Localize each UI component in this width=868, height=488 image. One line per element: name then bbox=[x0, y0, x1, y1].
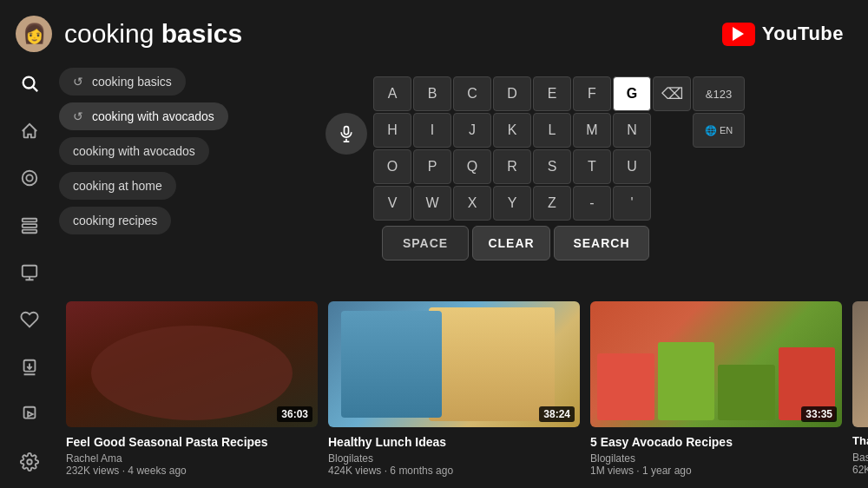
video-thumbnail-pasta: 36:03 bbox=[66, 301, 318, 427]
kb-row-1: A B C D E F G ⌫ &123 bbox=[373, 76, 745, 111]
video-card-avocado[interactable]: 33:35 5 Easy Avocado Recipes Blogilates … bbox=[590, 301, 842, 477]
suggestions-panel: ↺ cooking basics ↺ cooking with avocados… bbox=[59, 68, 276, 234]
video-info-lunch: Healthy Lunch Ideas Blogilates 424K view… bbox=[328, 427, 580, 477]
key-T[interactable]: T bbox=[573, 149, 611, 184]
key-P[interactable]: P bbox=[413, 149, 451, 184]
svg-rect-6 bbox=[23, 229, 37, 233]
key-H[interactable]: H bbox=[373, 113, 411, 148]
key-Q[interactable]: Q bbox=[453, 149, 491, 184]
video-thumbnail-lunch: 38:24 bbox=[328, 301, 580, 427]
clear-key[interactable]: CLEAR bbox=[472, 226, 550, 260]
svg-line-1 bbox=[33, 87, 37, 91]
svg-rect-7 bbox=[23, 266, 37, 277]
video-grid: 36:03 Feel Good Seasonal Pasta Recipes R… bbox=[59, 301, 868, 477]
kb-row-3: O P Q R S T U bbox=[373, 149, 745, 184]
svg-rect-4 bbox=[23, 218, 37, 221]
svg-rect-12 bbox=[345, 127, 349, 135]
key-backspace[interactable]: ⌫ bbox=[653, 76, 691, 111]
key-N[interactable]: N bbox=[613, 113, 651, 148]
video-info-avocado: 5 Easy Avocado Recipes Blogilates 1M vie… bbox=[590, 427, 842, 477]
key-Z[interactable]: Z bbox=[533, 186, 571, 221]
video-section: 36:03 Feel Good Seasonal Pasta Recipes R… bbox=[59, 301, 868, 488]
key-D[interactable]: D bbox=[493, 76, 531, 111]
sidebar-item-settings[interactable] bbox=[14, 448, 45, 476]
keyboard-container: A B C D E F G ⌫ &123 H I J K L M N 🌐 EN … bbox=[365, 76, 745, 260]
suggestion-label: cooking recipes bbox=[73, 214, 157, 228]
key-L[interactable]: L bbox=[533, 113, 571, 148]
key-F[interactable]: F bbox=[573, 76, 611, 111]
video-title-avocado: 5 Easy Avocado Recipes bbox=[590, 434, 842, 450]
key-U[interactable]: U bbox=[613, 149, 651, 184]
key-M[interactable]: M bbox=[573, 113, 611, 148]
key-G[interactable]: G bbox=[613, 76, 651, 111]
search-key[interactable]: SEARCH bbox=[554, 226, 649, 260]
key-S[interactable]: S bbox=[533, 149, 571, 184]
title-bold: basics bbox=[161, 19, 242, 48]
video-title-partial: Than... bbox=[852, 434, 868, 449]
key-A[interactable]: A bbox=[373, 76, 411, 111]
key-X[interactable]: X bbox=[453, 186, 491, 221]
key-dash[interactable]: - bbox=[573, 186, 611, 221]
suggestion-cooking-at-home[interactable]: cooking at home bbox=[59, 172, 176, 200]
key-ampersand123[interactable]: &123 bbox=[693, 76, 745, 111]
sidebar-item-channels[interactable] bbox=[14, 211, 45, 239]
video-duration-avocado: 33:35 bbox=[801, 406, 837, 422]
video-title-pasta: Feel Good Seasonal Pasta Recipes bbox=[66, 434, 318, 450]
key-K[interactable]: K bbox=[493, 113, 531, 148]
key-V[interactable]: V bbox=[373, 186, 411, 221]
sidebar-item-home[interactable] bbox=[14, 116, 45, 144]
sidebar bbox=[0, 0, 59, 488]
video-stats-partial: 62K vi... bbox=[852, 464, 868, 476]
video-title-lunch: Healthy Lunch Ideas bbox=[328, 434, 580, 450]
svg-point-3 bbox=[26, 175, 32, 181]
video-channel-avocado: Blogilates bbox=[590, 452, 842, 465]
video-card-partial[interactable]: Than... Basic C... 62K vi... bbox=[852, 301, 868, 477]
title-normal: cooking bbox=[64, 19, 161, 48]
video-channel-partial: Basic C... bbox=[852, 452, 868, 464]
video-info-partial: Than... Basic C... 62K vi... bbox=[852, 427, 868, 476]
video-info-pasta: Feel Good Seasonal Pasta Recipes Rachel … bbox=[66, 427, 318, 477]
suggestion-cooking-with-avocados-2[interactable]: cooking with avocados bbox=[59, 137, 209, 165]
key-C[interactable]: C bbox=[453, 76, 491, 111]
sidebar-item-history[interactable] bbox=[14, 400, 45, 428]
video-channel-pasta: Rachel Ama bbox=[66, 452, 318, 465]
video-stats-avocado: 1M views · 1 year ago bbox=[590, 465, 842, 477]
video-duration-pasta: 36:03 bbox=[277, 406, 312, 422]
key-I[interactable]: I bbox=[413, 113, 451, 148]
history-icon: ↺ bbox=[73, 109, 83, 123]
suggestion-cooking-with-avocados-1[interactable]: ↺ cooking with avocados bbox=[59, 102, 228, 130]
kb-row-2: H I J K L M N 🌐 EN bbox=[373, 113, 745, 148]
sidebar-item-library[interactable] bbox=[14, 259, 45, 287]
svg-rect-5 bbox=[23, 224, 37, 228]
key-R[interactable]: R bbox=[493, 149, 531, 184]
mic-area bbox=[326, 113, 367, 155]
video-channel-lunch: Blogilates bbox=[328, 452, 580, 465]
svg-marker-10 bbox=[28, 412, 33, 418]
youtube-logo: YouTube bbox=[722, 23, 844, 46]
sidebar-item-subscriptions[interactable] bbox=[14, 164, 45, 192]
sidebar-item-liked[interactable] bbox=[14, 306, 45, 333]
mic-button[interactable] bbox=[326, 113, 367, 155]
video-thumbnail-partial bbox=[852, 301, 868, 427]
suggestion-cooking-basics[interactable]: ↺ cooking basics bbox=[59, 68, 186, 96]
key-J[interactable]: J bbox=[453, 113, 491, 148]
sidebar-item-search[interactable] bbox=[14, 69, 45, 97]
key-apostrophe[interactable]: ' bbox=[613, 186, 651, 221]
svg-point-11 bbox=[27, 459, 32, 465]
key-E[interactable]: E bbox=[533, 76, 571, 111]
video-card-pasta[interactable]: 36:03 Feel Good Seasonal Pasta Recipes R… bbox=[66, 301, 318, 477]
key-O[interactable]: O bbox=[373, 149, 411, 184]
video-card-lunch[interactable]: 38:24 Healthy Lunch Ideas Blogilates 424… bbox=[328, 301, 580, 477]
suggestion-label: cooking basics bbox=[92, 75, 172, 89]
svg-point-0 bbox=[23, 77, 35, 89]
sidebar-item-downloads[interactable] bbox=[14, 353, 45, 381]
space-key[interactable]: SPACE bbox=[382, 226, 469, 260]
key-language[interactable]: 🌐 EN bbox=[693, 113, 745, 148]
key-B[interactable]: B bbox=[413, 76, 451, 111]
suggestion-cooking-recipes[interactable]: cooking recipes bbox=[59, 207, 171, 234]
key-W[interactable]: W bbox=[413, 186, 451, 221]
keyboard: A B C D E F G ⌫ &123 H I J K L M N 🌐 EN … bbox=[373, 76, 745, 260]
video-stats-pasta: 232K views · 4 weeks ago bbox=[66, 465, 318, 477]
video-thumbnail-avocado: 33:35 bbox=[590, 301, 842, 427]
key-Y[interactable]: Y bbox=[493, 186, 531, 221]
